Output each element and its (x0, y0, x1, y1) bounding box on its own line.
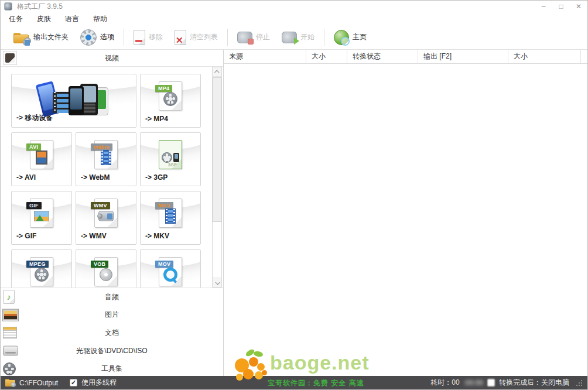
start-icon (282, 32, 297, 43)
format-factory-window: 格式工厂 3.9.5 – □ ✕ 任务 皮肤 语言 帮助 输出文件夹 选项 移除… (0, 0, 588, 390)
globe-magnifier-icon (334, 30, 349, 45)
app-icon (4, 2, 12, 11)
output-folder-button[interactable]: 输出文件夹 (8, 27, 74, 48)
window-controls: – □ ✕ (535, 1, 587, 12)
menu-help[interactable]: 帮助 (93, 14, 107, 24)
start-button[interactable]: 开始 (276, 27, 320, 48)
column-output-size[interactable]: 大小 (508, 50, 581, 63)
category-rom-device[interactable]: 光驱设备\DVD\CD\ISO (1, 342, 223, 360)
sidebar-scrollbar[interactable] (212, 67, 222, 288)
toolbar: 输出文件夹 选项 移除 ✕ 清空列表 停止 开始 主页 (1, 25, 587, 50)
remove-item-icon (134, 30, 145, 45)
tile-gif[interactable]: GIF -> GIF (11, 191, 72, 245)
column-size[interactable]: 大小 (306, 50, 347, 63)
task-list-body[interactable] (224, 64, 587, 377)
scroll-down-button[interactable] (213, 278, 221, 287)
task-list-header: 来源 大小 转换状态 输出 [F2] 大小 (224, 50, 587, 64)
stop-button[interactable]: 停止 (231, 27, 276, 48)
tile-mpeg[interactable]: MPEG (11, 249, 72, 288)
category-picture[interactable]: 图片 (1, 306, 223, 324)
shutdown-checkbox[interactable] (487, 379, 495, 386)
menu-language[interactable]: 语言 (65, 14, 79, 24)
scrollbar-thumb[interactable] (213, 77, 221, 222)
multithread-label[interactable]: 使用多线程 (81, 378, 117, 388)
output-folder-icon (13, 32, 30, 43)
vob-file-icon: VOB (76, 255, 136, 288)
multithread-checkbox[interactable] (70, 379, 77, 386)
titlebar: 格式工厂 3.9.5 – □ ✕ (1, 1, 587, 12)
format-sidebar: 视频 -> 移动设备 MP4 (1, 50, 224, 377)
mkv-file-icon: MKV (141, 196, 200, 230)
mov-file-icon: MOV (141, 255, 200, 288)
webm-file-icon: webm (76, 138, 136, 172)
minimize-button[interactable]: – (535, 1, 552, 12)
tile-3gp[interactable]: 3GP -> 3GP (140, 132, 201, 186)
column-filler (581, 50, 587, 63)
output-path[interactable]: C:\FFOutput (19, 379, 58, 387)
scroll-up-button[interactable] (213, 67, 221, 77)
home-button[interactable]: 主页 (328, 27, 372, 48)
options-button[interactable]: 选项 (74, 27, 120, 48)
task-list-panel: 来源 大小 转换状态 输出 [F2] 大小 (224, 50, 587, 377)
category-list: 音频 图片 文档 光驱设备\DVD\CD\ISO 工具集 (1, 288, 223, 377)
mp4-file-icon: MP4 (141, 79, 200, 113)
toolbar-separator (227, 29, 228, 46)
video-category-header[interactable]: 视频 (1, 50, 223, 67)
document-icon (3, 327, 17, 338)
close-button[interactable]: ✕ (570, 1, 587, 12)
tile-webm[interactable]: webm -> WebM (76, 132, 136, 186)
elapsed-time-blurred: :00:00 (464, 379, 483, 387)
toolbar-separator (324, 29, 324, 46)
menu-task[interactable]: 任务 (9, 14, 23, 24)
tile-mov[interactable]: MOV (140, 249, 201, 288)
tile-mkv[interactable]: MKV -> MKV (140, 191, 201, 245)
status-right: 耗时：00 :00:00 转换完成后：关闭电脑 (430, 378, 583, 388)
tile-mobile-device[interactable]: -> 移动设备 (11, 74, 136, 128)
clear-list-button[interactable]: ✕ 清空列表 (169, 27, 224, 48)
mobile-devices-icon (12, 78, 136, 115)
menu-skin[interactable]: 皮肤 (37, 14, 51, 24)
tile-mp4[interactable]: MP4 -> MP4 (140, 74, 201, 128)
gif-file-icon: GIF (12, 196, 71, 230)
status-bar: C:\FFOutput 使用多线程 耗时：00 :00:00 转换完成后：关闭电… (1, 376, 587, 389)
window-title: 格式工厂 3.9.5 (17, 2, 63, 12)
clear-list-icon: ✕ (175, 30, 186, 45)
elapsed-time: 耗时：00 (430, 378, 459, 388)
menu-bar: 任务 皮肤 语言 帮助 (1, 12, 587, 25)
tile-vob[interactable]: VOB (76, 249, 136, 288)
avi-file-icon: AVI (12, 138, 71, 172)
output-folder-mini-icon[interactable] (5, 379, 15, 386)
tile-wmv[interactable]: WMV -> WMV (76, 191, 136, 245)
mpeg-file-icon: MPEG (12, 255, 71, 288)
maximize-button[interactable]: □ (552, 1, 570, 12)
picture-frame-icon (3, 309, 18, 320)
column-convert-state[interactable]: 转换状态 (347, 50, 418, 63)
gear-icon (80, 29, 97, 46)
3gp-file-icon: 3GP (141, 138, 200, 172)
video-category-icon (3, 51, 17, 65)
tile-avi[interactable]: AVI -> AVI (11, 132, 72, 186)
audio-note-icon (3, 290, 15, 304)
stop-icon (237, 32, 252, 43)
video-category-label: 视频 (105, 53, 119, 63)
category-audio[interactable]: 音频 (1, 288, 223, 306)
resize-grip-icon[interactable] (576, 379, 583, 386)
status-left: C:\FFOutput 使用多线程 (5, 378, 117, 388)
shutdown-label[interactable]: 转换完成后：关闭电脑 (499, 378, 569, 388)
category-toolset[interactable]: 工具集 (1, 360, 223, 378)
remove-button[interactable]: 移除 (128, 27, 169, 48)
column-source[interactable]: 来源 (224, 50, 306, 63)
wmv-file-icon: WMV (76, 196, 136, 230)
format-tile-grid: -> 移动设备 MP4 -> MP4 AVI (1, 67, 211, 288)
toolbar-separator (124, 29, 124, 46)
column-output[interactable]: 输出 [F2] (418, 50, 508, 63)
main-area: 视频 -> 移动设备 MP4 (1, 50, 587, 377)
film-reel-icon (3, 362, 16, 375)
disc-drive-icon (3, 346, 18, 356)
category-document[interactable]: 文档 (1, 324, 223, 342)
